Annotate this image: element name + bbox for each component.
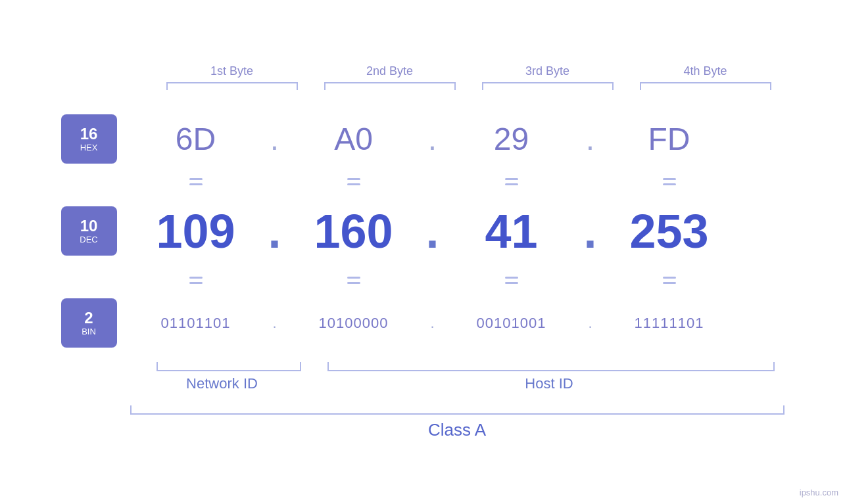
host-bracket [327, 362, 775, 371]
bottom-labels: Network ID Host ID [130, 375, 785, 392]
class-bracket [130, 405, 785, 415]
dec-badge-num: 10 [80, 218, 98, 235]
bin-row: 2 BIN 01101101 . 10100000 . 00101001 . 1… [61, 294, 785, 353]
bin-dot3: . [577, 315, 604, 332]
eq2-b1 [130, 277, 262, 284]
dec-byte4: 253 [604, 204, 735, 258]
eq2-b4 [604, 277, 735, 284]
class-section: Class A [130, 405, 785, 440]
dec-byte1: 109 [130, 204, 262, 258]
hex-badge-num: 16 [80, 126, 98, 143]
byte-headers: 1st Byte 2nd Byte 3rd Byte 4th Byte [153, 64, 785, 78]
bin-byte1: 01101101 [130, 315, 262, 332]
bin-badge-num: 2 [84, 309, 93, 327]
dec-byte3: 41 [446, 204, 577, 258]
class-label: Class A [130, 420, 785, 440]
bin-badge: 2 BIN [61, 298, 117, 348]
eq2-b2 [288, 277, 420, 284]
network-bracket [157, 362, 301, 371]
eq1-b4 [604, 178, 735, 185]
dec-byte2: 160 [288, 204, 420, 258]
bracket-byte2 [324, 82, 456, 90]
hex-byte1: 6D [130, 121, 262, 157]
bin-dot1: . [262, 315, 288, 332]
hex-byte2: A0 [288, 121, 420, 157]
eq1-b2 [288, 178, 420, 185]
byte2-header: 2nd Byte [324, 64, 456, 78]
top-brackets [153, 82, 785, 90]
byte3-header: 3rd Byte [482, 64, 614, 78]
bin-byte3: 00101001 [446, 315, 577, 332]
dec-dot3: . [577, 204, 604, 258]
dec-row: 10 DEC 109 . 160 . 41 . 253 [61, 195, 785, 267]
eq2-b3 [446, 277, 577, 284]
bin-dot2: . [420, 315, 446, 332]
dec-values: 109 . 160 . 41 . 253 [130, 204, 785, 258]
dec-dot1: . [262, 204, 288, 258]
bracket-byte3 [482, 82, 614, 90]
watermark: ipshu.com [800, 488, 838, 497]
host-id-label: Host ID [314, 375, 785, 392]
eq1-b1 [130, 178, 262, 185]
ip-breakdown-container: 1st Byte 2nd Byte 3rd Byte 4th Byte 16 H… [61, 64, 785, 440]
bin-byte4: 11111101 [604, 315, 735, 332]
equals-area-2 [130, 277, 785, 284]
equals-row-2 [130, 267, 785, 294]
network-id-label: Network ID [130, 375, 314, 392]
byte1-header: 1st Byte [166, 64, 298, 78]
hex-dot3: . [577, 121, 604, 157]
bottom-section: Network ID Host ID [130, 358, 785, 392]
dec-dot2: . [420, 204, 446, 258]
bin-badge-label: BIN [82, 327, 96, 336]
hex-row: 16 HEX 6D . A0 . 29 . FD [61, 110, 785, 169]
bracket-byte4 [640, 82, 771, 90]
hex-byte3: 29 [446, 121, 577, 157]
bottom-brackets [130, 358, 785, 371]
equals-row-1 [130, 169, 785, 195]
eq1-b3 [446, 178, 577, 185]
hex-byte4: FD [604, 121, 735, 157]
bin-values: 01101101 . 10100000 . 00101001 . 1111110… [130, 315, 785, 332]
equals-area-1 [130, 178, 785, 185]
hex-dot1: . [262, 121, 288, 157]
bin-byte2: 10100000 [288, 315, 420, 332]
hex-badge: 16 HEX [61, 114, 117, 164]
bracket-byte1 [166, 82, 298, 90]
dec-badge-label: DEC [80, 235, 97, 244]
dec-badge: 10 DEC [61, 206, 117, 256]
hex-values: 6D . A0 . 29 . FD [130, 121, 785, 157]
hex-badge-label: HEX [80, 143, 98, 152]
hex-dot2: . [420, 121, 446, 157]
byte4-header: 4th Byte [640, 64, 771, 78]
